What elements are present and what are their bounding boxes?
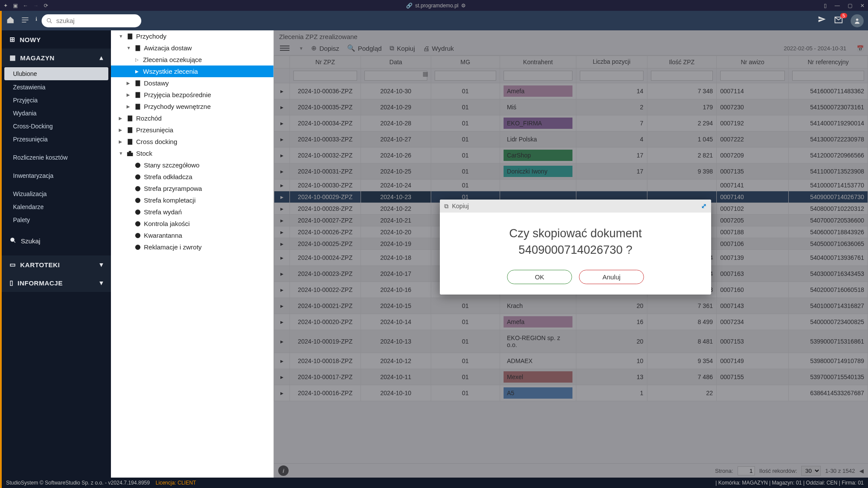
chevron-down-icon[interactable]: ▼ [299,46,303,51]
sidebar-kartoteki[interactable]: ▭ KARTOTEKI ▾ [2,255,111,274]
table-row[interactable]: ▸2024-10-00035-ZPZ2024-10-2901Miś2179000… [274,99,868,115]
tree-item[interactable]: Strefa wydań [111,206,273,218]
tree-item[interactable]: ▷Zlecenia oczekujące [111,54,273,66]
sidebar-nowy[interactable]: ⊞ NOWY [2,30,111,49]
sidebar-kalendarze[interactable]: Kalendarze [2,200,111,213]
col-ilosc[interactable]: Ilość ZPZ [647,56,716,69]
table-row[interactable]: ▸2024-10-00018-ZPZ2024-10-1201ADMAEX109 … [274,353,868,369]
sidebar-item[interactable]: Przesunięcia [2,133,111,146]
info-icon[interactable]: i [36,16,37,26]
sidebar-rozliczenie[interactable]: Rozliczenie kosztów [2,151,111,164]
filter-ref[interactable] [792,71,864,81]
filter-nr[interactable] [293,71,357,81]
tree-item[interactable]: ▶Przyjęcia bezpośrednie [111,89,273,101]
info-icon[interactable]: i [278,465,289,476]
tree-item[interactable]: ▶Przesunięcia [111,124,273,136]
tree-item[interactable]: Strefa odkładcza [111,171,273,183]
sidebar-toggle-icon[interactable]: ▯ [824,3,827,9]
page-input[interactable] [738,466,755,475]
prev-page-icon[interactable]: ◀ [859,468,864,474]
sidebar-item[interactable]: Zestawienia [2,81,111,94]
forward-icon[interactable]: → [33,3,39,9]
search-input[interactable] [42,14,141,27]
podglad-button[interactable]: 🔍Podgląd [347,44,382,52]
minimize-icon[interactable]: — [835,3,840,9]
tree-item[interactable]: ▶Wszystkie zlecenia [111,66,273,77]
tree-item[interactable]: ▶Cross docking [111,136,273,147]
tree-item[interactable]: Kontrola jakości [111,218,273,229]
wydruk-button[interactable]: 🖨Wydruk [423,45,454,52]
table-row[interactable]: ▸2024-10-00017-ZPZ2024-10-1101Mexel137 4… [274,369,868,385]
sidebar-informacje[interactable]: ▯ INFORMACJE ▾ [2,274,111,292]
sidebar-item[interactable]: Cross-Docking [2,120,111,133]
date-range[interactable]: 2022-02-05 - 2024-10-31 [783,45,849,52]
sidebar-item[interactable]: Wydania [2,107,111,120]
user-avatar[interactable] [851,14,864,27]
col-liczba[interactable]: Liczba pozycji [576,56,647,69]
filter-aw[interactable] [720,71,785,81]
table-row[interactable]: ▸2024-10-00032-ZPZ2024-10-2601CarShop172… [274,147,868,164]
calendar-icon[interactable]: ▦ [423,70,428,77]
ok-button[interactable]: OK [507,270,572,284]
filter-mg[interactable] [435,71,496,81]
filter-lp[interactable] [580,71,644,81]
col-kontrahent[interactable]: Kontrahent [500,56,576,69]
settings-icon[interactable]: ⚙ [461,3,466,9]
cancel-button[interactable]: Anuluj [579,270,644,284]
col-awizo[interactable]: Nr awizo [716,56,788,69]
reload-icon[interactable]: ⟳ [44,3,48,9]
sidebar-item[interactable]: Przyjęcia [2,94,111,107]
table-row[interactable]: ▸2024-10-00036-ZPZ2024-10-3001Amefa147 3… [274,83,868,99]
filter-data[interactable] [364,71,427,81]
maximize-icon[interactable]: ▢ [848,3,852,9]
tree-item[interactable]: ▼Przychody [111,30,273,42]
sidebar-inwentaryzacja[interactable]: Inwentaryzacja [2,169,111,182]
tree-label: Stock [136,150,153,157]
tree-item[interactable]: ▶Przychody wewnętrzne [111,101,273,112]
back-icon[interactable]: ← [23,3,28,9]
col-data[interactable]: Data [361,56,431,69]
mail-icon[interactable]: 5 [834,16,843,26]
col-mg[interactable]: MG [431,56,500,69]
table-row[interactable]: ▸2024-10-00021-ZPZ2024-10-1501Krach207 3… [274,298,868,314]
col-nr[interactable]: Nr ZPZ [290,56,361,69]
tree-item[interactable]: Reklamacje i zwroty [111,241,273,253]
export-icon[interactable] [818,16,826,26]
col-ref[interactable]: Nr referencyjny [789,56,868,69]
dopisz-button[interactable]: ⊕Dopisz [311,44,339,52]
table-row[interactable]: ▸2024-10-00019-ZPZ2024-10-1301EKO-REGION… [274,330,868,353]
chevron-up-icon: ▴ [100,54,104,62]
table-row[interactable]: ▸2024-10-00030-ZPZ2024-10-24010007141541… [274,180,868,191]
tree-item[interactable]: Strefa przyrampowa [111,183,273,194]
eye-icon: 🔍 [347,44,355,52]
filter-il[interactable] [651,71,713,81]
calendar-icon[interactable]: 📅 [857,45,864,52]
dialog-close-icon[interactable]: ⤢ [701,202,707,210]
tree-label: Dostawy [144,79,169,87]
filter-kontr[interactable] [504,71,572,81]
table-row[interactable]: ▸2024-10-00034-ZPZ2024-10-2801EKO_FIRMA7… [274,115,868,131]
tree-item[interactable]: ▼Awizacja dostaw [111,42,273,54]
tree-item[interactable]: ▶Dostawy [111,77,273,89]
sidebar-magazyn[interactable]: ▦ MAGAZYN ▴ [2,49,111,67]
tree-item[interactable]: Strefa kompletacji [111,194,273,206]
table-row[interactable]: ▸2024-10-00031-ZPZ2024-10-2501Doniczki I… [274,164,868,180]
tree-item[interactable]: ▼Stock [111,147,273,159]
close-window-icon[interactable]: ✕ [860,3,865,9]
tree-item[interactable]: ▶Rozchód [111,112,273,124]
table-row[interactable]: ▸2024-10-00020-ZPZ2024-10-1401Amefa168 4… [274,314,868,330]
sidebar-szukaj[interactable]: Szukaj [2,232,111,250]
tree-item[interactable]: Stany szczegółowo [111,159,273,171]
table-row[interactable]: ▸2024-10-00033-ZPZ2024-10-2701Lidr Polsk… [274,131,868,147]
kopiuj-button[interactable]: ⧉Kopiuj [390,44,415,52]
sidebar-palety[interactable]: Palety [2,213,111,226]
sidebar-wizualizacja[interactable]: Wizualizacja [2,187,111,200]
home-icon[interactable] [6,16,15,26]
menu-icon[interactable] [278,44,291,52]
panel-icon[interactable]: ▣ [13,3,18,9]
list-icon[interactable] [21,16,29,26]
sidebar-item[interactable]: Ulubione [4,67,108,80]
table-row[interactable]: ▸2024-10-00016-ZPZ2024-10-1001A512263864… [274,385,868,401]
page-size-select[interactable]: 30 [801,466,821,476]
tree-item[interactable]: Kwarantanna [111,229,273,241]
